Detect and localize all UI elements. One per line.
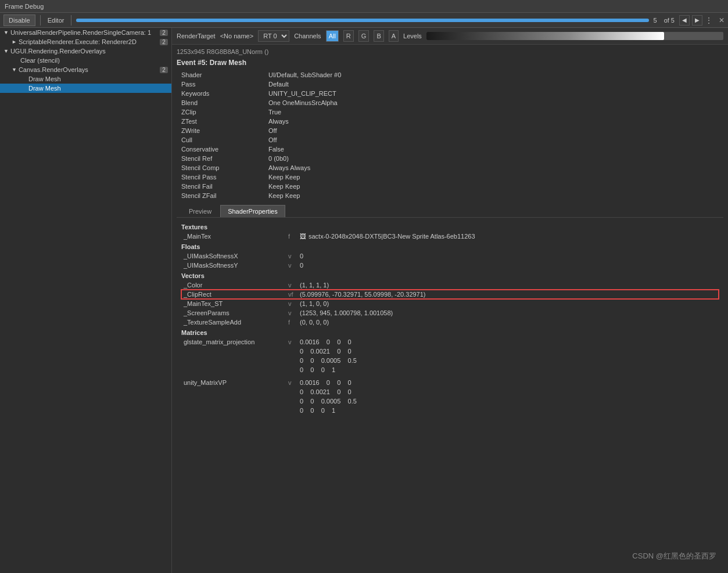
prop-value: Keep Keep	[264, 191, 723, 200]
matrix-row: unity_MatrixVP v 0.0016 0 0 0	[181, 378, 719, 387]
shader-value: 0	[300, 262, 716, 269]
vector-row: _MainTex_ST v (1, 1, 0, 0)	[181, 299, 719, 308]
prev-button[interactable]: ◀	[679, 15, 690, 26]
shader-name: _UIMaskSoftnessX	[184, 253, 288, 260]
more-options-icon[interactable]: ⋮	[705, 16, 713, 25]
levels-fill	[426, 32, 664, 40]
matrix-values: 0 0.0021 0 0	[300, 388, 716, 395]
prop-key: Cull	[177, 135, 264, 145]
shader-type: v	[288, 338, 300, 345]
prop-value: Default	[264, 80, 723, 89]
toolbar: Disable Editor 5 of 5 ◀ ▶ ⋮ ✕	[0, 13, 728, 28]
prop-key: Conservative	[177, 145, 264, 154]
matrix-values: 0 0.0021 0 0	[300, 348, 716, 355]
channel-b-button[interactable]: B	[374, 30, 383, 42]
table-row: KeywordsUNITY_UI_CLIP_RECT	[177, 89, 723, 98]
prop-key: Shader	[177, 70, 264, 80]
disable-button[interactable]: Disable	[3, 15, 35, 26]
texture-row: _MainTex f 🖼 sactx-0-2048x2048-DXT5|BC3-…	[181, 232, 719, 241]
shader-value: sactx-0-2048x2048-DXT5|BC3-New Sprite At…	[309, 233, 716, 240]
channel-g-button[interactable]: G	[358, 30, 370, 42]
table-row: ShaderUI/Default, SubShader #0	[177, 70, 723, 80]
prop-value: UI/Default, SubShader #0	[264, 70, 723, 80]
prop-value: Off	[264, 135, 723, 145]
vector-row: _ClipRect vf (5.099976, -70.32971, 55.09…	[181, 290, 719, 299]
prop-value: Always Always	[264, 163, 723, 172]
vector-row: _TextureSampleAdd f (0, 0, 0, 0)	[181, 318, 719, 327]
shader-name: _Color	[184, 282, 288, 289]
properties-table: ShaderUI/Default, SubShader #0PassDefaul…	[177, 70, 723, 200]
table-row: Stencil ZFailKeep Keep	[177, 191, 723, 200]
prop-key: ZWrite	[177, 126, 264, 135]
arrow-icon: ▼	[12, 67, 17, 73]
right-panel: RenderTarget <No name> RT 0 Channels All…	[172, 28, 728, 573]
channel-r-button[interactable]: R	[343, 30, 354, 42]
tab-shaderproperties[interactable]: ShaderProperties	[220, 205, 285, 217]
tree-item-3[interactable]: Clear (stencil)	[0, 56, 171, 65]
table-row: ZWriteOff	[177, 126, 723, 135]
prop-value: Always	[264, 117, 723, 126]
channel-all-button[interactable]: All	[326, 30, 339, 42]
progress-of: of 5	[664, 17, 675, 24]
matrix-block: unity_MatrixVP v 0.0016 0 0 0 0 0.0021 0…	[181, 378, 719, 419]
table-row: ConservativeFalse	[177, 145, 723, 154]
badge: 2	[160, 39, 168, 45]
rt-bar: RenderTarget <No name> RT 0 Channels All…	[172, 28, 728, 45]
tree-item-label: Clear (stencil)	[20, 57, 60, 64]
matrix-row: 0 0.0021 0 0	[181, 387, 719, 397]
shader-value: (0, 0, 0, 0)	[300, 319, 716, 326]
matrices-header: Matrices	[181, 327, 719, 337]
prop-key: Stencil Fail	[177, 182, 264, 191]
close-icon[interactable]: ✕	[719, 16, 725, 24]
tab-preview[interactable]: Preview	[181, 205, 219, 217]
shader-type: v	[288, 262, 300, 269]
shader-type: f	[288, 319, 300, 326]
prop-key: Stencil Comp	[177, 163, 264, 172]
shader-value: (1, 1, 1, 1)	[300, 282, 716, 289]
shader-type: v	[288, 300, 300, 307]
shader-value: (5.099976, -70.32971, 55.09998, -20.3297…	[300, 291, 716, 298]
toolbar-separator-2	[71, 15, 71, 26]
table-row: Stencil CompAlways Always	[177, 163, 723, 172]
editor-label: Editor	[48, 17, 64, 24]
shader-type: v	[288, 253, 300, 260]
tree-item-4[interactable]: ▼Canvas.RenderOverlays2	[0, 65, 171, 74]
prop-value: One OneMinusSrcAlpha	[264, 98, 723, 107]
matrix-row: 0 0 0 1	[181, 406, 719, 415]
toolbar-separator-1	[40, 15, 41, 26]
tree-item-5[interactable]: Draw Mesh	[0, 74, 171, 84]
tree-item-6[interactable]: Draw Mesh	[0, 84, 171, 93]
arrow-icon: ▼	[3, 48, 9, 54]
render-target-label: RenderTarget	[177, 33, 216, 39]
watermark: CSDN @红黑色的圣西罗	[632, 551, 716, 561]
table-row: Stencil FailKeep Keep	[177, 182, 723, 191]
matrix-values: 0 0 0.0005 0.5	[300, 398, 716, 405]
prop-value: Keep Keep	[264, 172, 723, 182]
prop-value: 0 (0b0)	[264, 154, 723, 163]
matrix-row: glstate_matrix_projection v 0.0016 0 0 0	[181, 337, 719, 347]
channel-a-button[interactable]: A	[389, 30, 399, 42]
tree-item-1[interactable]: ►ScriptableRenderer.Execute: Renderer2D2	[0, 37, 171, 46]
prop-key: ZClip	[177, 107, 264, 117]
shader-name: _TextureSampleAdd	[184, 319, 288, 326]
rt-select[interactable]: RT 0	[258, 30, 289, 42]
matrix-row: 0 0 0 1	[181, 365, 719, 374]
prop-key: Blend	[177, 98, 264, 107]
textures-header: Textures	[181, 221, 719, 232]
matrix-row: 0 0 0.0005 0.5	[181, 397, 719, 406]
tree-item-2[interactable]: ▼UGUI.Rendering.RenderOverlays	[0, 46, 171, 56]
shader-name: _MainTex_ST	[184, 300, 288, 307]
prop-key: ZTest	[177, 117, 264, 126]
table-row: CullOff	[177, 135, 723, 145]
prop-key: Keywords	[177, 89, 264, 98]
next-button[interactable]: ▶	[692, 15, 702, 26]
matrix-row: 0 0 0.0005 0.5	[181, 356, 719, 365]
shader-type: v	[288, 309, 300, 316]
float-row: _UIMaskSoftnessX v 0	[181, 251, 719, 261]
vector-row: _Color v (1, 1, 1, 1)	[181, 280, 719, 290]
top-bar: Frame Debug	[0, 0, 728, 13]
shader-type: f	[288, 233, 300, 240]
info-section: 1253x945 R8G8B8A8_UNorm () Event #5: Dra…	[172, 45, 728, 427]
tree-item-0[interactable]: ▼UniversalRenderPipeline.RenderSingleCam…	[0, 28, 171, 37]
shader-name: _UIMaskSoftnessY	[184, 262, 288, 269]
